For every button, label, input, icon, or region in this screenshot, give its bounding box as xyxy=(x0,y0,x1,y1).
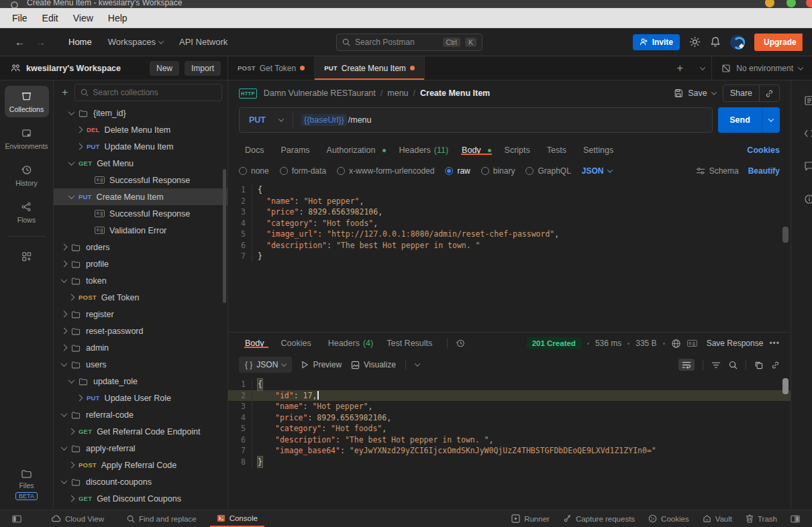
tree-chevron-icon[interactable] xyxy=(61,311,68,318)
tab-overflow-chevron-icon[interactable] xyxy=(700,64,705,70)
method-selector[interactable]: PUT xyxy=(240,113,293,127)
tree-row[interactable]: POST e.g Apply Referral Code xyxy=(54,457,227,473)
tree-chevron-icon[interactable] xyxy=(61,276,68,283)
tree-chevron-icon[interactable] xyxy=(68,495,75,502)
toggle-panel-icon[interactable] xyxy=(784,515,807,523)
save-button[interactable]: Save xyxy=(674,89,716,98)
tree-chevron-icon[interactable] xyxy=(61,244,68,251)
new-button[interactable]: New xyxy=(150,61,179,76)
tree-chevron-icon[interactable] xyxy=(68,294,75,301)
rail-item-collections[interactable]: Collections xyxy=(5,86,49,117)
tree-row[interactable]: GET e.g Get Menu xyxy=(54,155,227,172)
find-replace-button[interactable]: Find and replace xyxy=(120,510,203,527)
schema-button[interactable]: Schema xyxy=(696,166,739,176)
request-subtab[interactable]: Tests xyxy=(541,145,576,155)
menu-item[interactable]: Help xyxy=(101,10,134,26)
documentation-icon[interactable] xyxy=(804,95,812,106)
send-options-chevron[interactable] xyxy=(762,107,780,133)
breadcrumb-folder[interactable]: menu xyxy=(387,89,408,98)
request-subtab[interactable]: Headers (11) xyxy=(393,145,455,155)
cookies-link[interactable]: Cookies xyxy=(747,145,780,155)
tree-row[interactable]: e.g Validation Error xyxy=(54,222,227,239)
request-editor-scrollbar[interactable] xyxy=(782,227,789,243)
trash-button[interactable]: Trash xyxy=(739,514,784,523)
tree-row[interactable]: GET e.g Get Discount Coupons xyxy=(54,490,227,507)
response-editor-scrollbar[interactable] xyxy=(782,378,789,394)
new-tab-button[interactable]: + xyxy=(668,56,691,80)
nav-api-network[interactable]: API Network xyxy=(172,34,234,50)
rail-item-environments[interactable]: Environments xyxy=(5,123,49,154)
tree-chevron-icon[interactable] xyxy=(61,345,68,351)
comments-icon[interactable] xyxy=(804,161,812,171)
menu-item[interactable]: File xyxy=(5,10,34,26)
tree-chevron-icon[interactable] xyxy=(61,328,68,335)
share-button[interactable]: Share xyxy=(723,89,759,98)
rail-item-more-blocks[interactable] xyxy=(5,246,49,266)
response-time[interactable]: 536 ms xyxy=(595,339,621,348)
request-tab[interactable]: PUT Create Menu Item xyxy=(315,56,425,80)
runner-button[interactable]: Runner xyxy=(505,514,556,523)
visualize-button[interactable]: Visualize xyxy=(351,360,396,369)
tree-chevron-icon[interactable] xyxy=(68,428,75,435)
nav-home[interactable]: Home xyxy=(62,34,99,50)
sidebar-scrollbar[interactable] xyxy=(223,169,226,303)
body-type-radio[interactable]: GraphQL xyxy=(525,166,570,176)
tree-row[interactable]: e.g token xyxy=(54,272,227,289)
tree-chevron-icon[interactable] xyxy=(68,377,75,384)
preview-button[interactable]: Preview xyxy=(301,360,342,369)
response-subtab[interactable]: Body xyxy=(239,339,274,348)
response-format-dropdown[interactable]: { } JSON xyxy=(239,357,292,373)
tree-chevron-icon[interactable] xyxy=(61,261,68,268)
toggle-sidebar-icon[interactable] xyxy=(5,510,28,527)
window-close-button[interactable] xyxy=(806,0,812,7)
info-icon[interactable] xyxy=(804,194,812,204)
tree-row[interactable]: GET e.g Get Referral Code Endpoint xyxy=(54,423,227,440)
notifications-bell-icon[interactable] xyxy=(710,36,721,48)
body-type-radio[interactable]: none xyxy=(239,166,269,176)
beautify-button[interactable]: Beautify xyxy=(748,166,780,176)
workspace-name[interactable]: kwesilarry's Workspace xyxy=(26,64,144,73)
response-body-editor[interactable]: 1 { 2 "id": 17, 3 "name": "Hot pepper", xyxy=(228,375,791,510)
response-size[interactable]: 335 B xyxy=(636,339,656,348)
cloud-view-button[interactable]: Cloud View xyxy=(44,510,111,527)
tree-chevron-icon[interactable] xyxy=(61,410,68,417)
filter-icon[interactable] xyxy=(711,361,721,369)
status-badge[interactable]: 201 Created xyxy=(527,337,581,349)
cookies-button[interactable]: Cookies xyxy=(642,514,696,523)
upgrade-button[interactable]: Upgrade xyxy=(754,34,803,51)
save-response-button[interactable]: e.g Save Response xyxy=(687,339,764,348)
global-search-input[interactable]: Search Postman Ctrl K xyxy=(336,34,483,51)
breadcrumb-collection[interactable]: Damn Vulnerable RESTaurant xyxy=(264,89,376,98)
url-variable-chip[interactable]: {{baseUrl}} xyxy=(301,114,347,126)
add-collection-button[interactable]: + xyxy=(59,86,70,99)
tree-chevron-icon[interactable] xyxy=(61,477,68,484)
body-type-radio[interactable]: raw xyxy=(445,166,470,176)
tree-chevron-icon[interactable] xyxy=(68,462,75,469)
copy-link-button[interactable] xyxy=(759,85,779,101)
response-history-icon[interactable] xyxy=(456,339,465,348)
capture-requests-button[interactable]: Capture requests xyxy=(556,514,642,523)
search-collections-input[interactable]: Search collections xyxy=(74,84,222,101)
tree-row[interactable]: e.g admin xyxy=(54,339,227,356)
tree-row[interactable]: e.g {item_id} xyxy=(54,105,227,121)
raw-language-selector[interactable]: JSON xyxy=(582,166,612,176)
tree-row[interactable]: PUT e.g Update User Role xyxy=(54,390,227,406)
window-maximize-button[interactable] xyxy=(786,0,796,7)
rail-item-flows[interactable]: Flows xyxy=(5,196,49,228)
tree-chevron-icon[interactable] xyxy=(68,159,75,166)
forward-arrow-icon[interactable]: → xyxy=(30,36,51,48)
response-subtab[interactable]: Cookies xyxy=(275,339,321,348)
tree-chevron-icon[interactable] xyxy=(68,109,75,115)
request-subtab[interactable]: Docs xyxy=(239,145,273,155)
search-response-icon[interactable] xyxy=(729,361,738,369)
back-arrow-icon[interactable]: ← xyxy=(9,36,30,48)
request-subtab[interactable]: Params xyxy=(274,145,319,155)
code-snippet-icon[interactable] xyxy=(804,129,812,138)
rail-item-files[interactable]: Files BETA xyxy=(15,469,38,500)
body-type-radio[interactable]: binary xyxy=(481,166,515,176)
tree-row[interactable]: e.g profile xyxy=(54,255,227,272)
toolbar-chevron-icon[interactable] xyxy=(415,361,420,366)
response-subtab[interactable]: Headers (4) xyxy=(322,339,380,348)
tree-row[interactable]: PUT e.g Create Menu Item xyxy=(54,188,227,205)
request-subtab[interactable]: Scripts xyxy=(499,145,540,155)
